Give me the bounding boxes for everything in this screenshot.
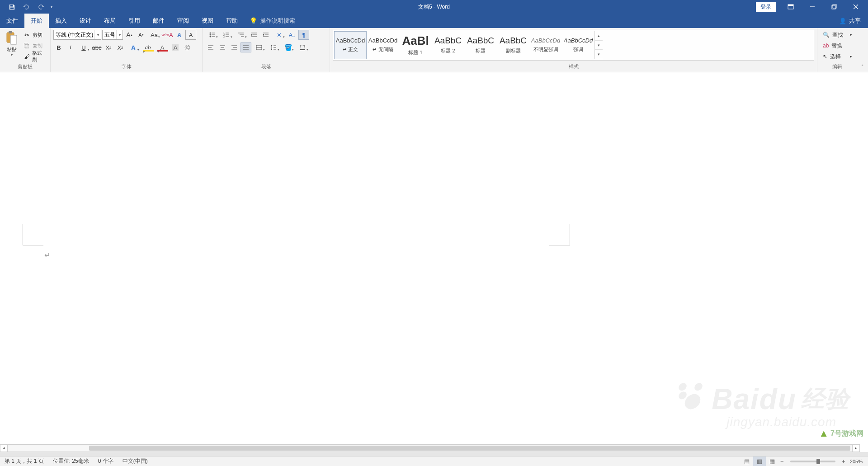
find-button[interactable]: 🔍 查找 ▾ xyxy=(820,30,854,40)
chevron-down-icon[interactable]: ▾ xyxy=(116,30,123,39)
tab-references[interactable]: 引用 xyxy=(122,14,146,28)
increase-indent-button[interactable] xyxy=(260,30,271,40)
status-language[interactable]: 中文(中国) xyxy=(118,457,152,466)
align-left-button[interactable] xyxy=(205,42,216,52)
collapse-ribbon-button[interactable]: ˄ xyxy=(857,28,868,72)
horizontal-scrollbar[interactable]: ◂ ▸ xyxy=(0,444,860,452)
style-item-4[interactable]: AaBbC标题 xyxy=(464,31,497,59)
sort-button[interactable]: A↓ xyxy=(287,30,297,40)
font-size-input[interactable] xyxy=(103,32,116,38)
asian-layout-button[interactable]: ✕ xyxy=(272,30,286,40)
style-item-6[interactable]: AaBbCcDd不明显强调 xyxy=(529,31,562,59)
strikethrough-button[interactable]: abc xyxy=(91,42,102,52)
undo-button[interactable] xyxy=(20,0,33,13)
font-name-combo[interactable]: ▾ xyxy=(53,30,101,40)
style-item-7[interactable]: AaBbCcDd强调 xyxy=(562,31,594,59)
font-color-button[interactable]: A xyxy=(156,42,169,52)
justify-button[interactable] xyxy=(241,42,251,52)
scroll-thumb[interactable] xyxy=(89,446,850,451)
style-item-5[interactable]: AaBbC副标题 xyxy=(497,31,529,59)
print-layout-button[interactable]: ▥ xyxy=(753,457,766,466)
minimize-button[interactable] xyxy=(802,0,823,14)
gallery-down-button[interactable]: ▾ xyxy=(595,41,603,50)
status-word-count[interactable]: 0 个字 xyxy=(94,457,118,466)
chevron-down-icon[interactable]: ▾ xyxy=(94,30,101,39)
tell-me-search[interactable]: 💡 操作说明搜索 xyxy=(244,14,295,28)
save-button[interactable] xyxy=(5,0,18,13)
zoom-out-button[interactable]: − xyxy=(778,458,786,465)
tab-mailings[interactable]: 邮件 xyxy=(146,14,171,28)
clear-formatting-button[interactable]: A̷ xyxy=(174,30,184,40)
character-shading-button[interactable]: A xyxy=(170,42,181,52)
character-border-button[interactable]: A xyxy=(185,30,196,40)
tab-layout[interactable]: 布局 xyxy=(98,14,122,28)
tab-file[interactable]: 文件 xyxy=(0,14,24,28)
style-item-0[interactable]: AaBbCcDd↵ 正文 xyxy=(334,31,367,59)
zoom-slider[interactable] xyxy=(790,461,835,462)
scroll-track[interactable] xyxy=(8,444,852,452)
tab-help[interactable]: 帮助 xyxy=(220,14,244,28)
scroll-right-button[interactable]: ▸ xyxy=(852,444,860,452)
bold-button[interactable]: B xyxy=(53,42,64,52)
status-page[interactable]: 第 1 页，共 1 页 xyxy=(0,457,48,466)
style-item-2[interactable]: AaBl标题 1 xyxy=(399,31,432,59)
subscript-button[interactable]: X2 xyxy=(103,42,114,52)
tab-home[interactable]: 开始 xyxy=(24,14,49,28)
text-effects-button[interactable]: A xyxy=(127,42,140,52)
distributed-button[interactable] xyxy=(252,42,266,52)
numbering-button[interactable]: 123 xyxy=(220,30,233,40)
web-layout-button[interactable]: ▦ xyxy=(766,457,778,466)
scroll-left-button[interactable]: ◂ xyxy=(0,444,8,452)
font-size-combo[interactable]: ▾ xyxy=(102,30,123,40)
document-area[interactable]: ↵ Baidu 经验 jingyan.baidu.com ▲ 7号游戏网 ◂ ▸ xyxy=(0,72,868,452)
bullets-button[interactable] xyxy=(205,30,219,40)
phonetic-guide-button[interactable]: wénA xyxy=(162,30,173,40)
svg-rect-9 xyxy=(10,35,17,44)
style-item-3[interactable]: AaBbC标题 2 xyxy=(432,31,464,59)
qat-customize-dropdown[interactable]: ▾ xyxy=(49,5,54,9)
styles-gallery[interactable]: AaBbCcDd↵ 正文AaBbCcDd↵ 无间隔AaBl标题 1AaBbC标题… xyxy=(333,30,814,61)
change-case-button[interactable]: Aa xyxy=(147,30,161,40)
zoom-in-button[interactable]: + xyxy=(840,458,847,465)
font-name-input[interactable] xyxy=(54,32,94,38)
decrease-indent-button[interactable] xyxy=(249,30,259,40)
zoom-percentage[interactable]: 205% xyxy=(847,459,865,464)
italic-button[interactable]: I xyxy=(65,42,76,52)
ribbon-display-options-button[interactable] xyxy=(780,0,801,14)
style-item-1[interactable]: AaBbCcDd↵ 无间隔 xyxy=(367,31,399,59)
maximize-button[interactable] xyxy=(824,0,844,14)
select-button[interactable]: ↖ 选择 ▾ xyxy=(820,52,854,61)
copy-button[interactable]: ⿻ 复制 xyxy=(22,41,47,51)
redo-button[interactable] xyxy=(34,0,47,13)
paste-button[interactable]: 粘贴 ▾ xyxy=(3,30,21,58)
tab-design[interactable]: 设计 xyxy=(73,14,98,28)
shading-button[interactable]: 🪣 xyxy=(281,42,295,52)
underline-button[interactable]: U xyxy=(77,42,90,52)
align-right-button[interactable] xyxy=(229,42,240,52)
enclose-characters-button[interactable]: ㊛ xyxy=(182,42,193,52)
gallery-up-button[interactable]: ▴ xyxy=(595,31,603,41)
cut-button[interactable]: ✂ 剪切 xyxy=(22,30,47,40)
close-button[interactable] xyxy=(845,0,866,14)
zoom-handle[interactable] xyxy=(816,459,820,464)
borders-button[interactable] xyxy=(296,42,309,52)
share-button[interactable]: 👤 共享 xyxy=(832,14,868,28)
superscript-button[interactable]: X2 xyxy=(115,42,126,52)
grow-font-button[interactable]: A▴ xyxy=(124,30,135,40)
align-center-button[interactable] xyxy=(217,42,228,52)
multilevel-list-button[interactable] xyxy=(234,30,248,40)
tab-insert[interactable]: 插入 xyxy=(49,14,73,28)
read-mode-button[interactable]: ▤ xyxy=(741,457,753,466)
page-canvas[interactable]: ↵ Baidu 经验 jingyan.baidu.com ▲ 7号游戏网 xyxy=(0,72,868,452)
tab-review[interactable]: 审阅 xyxy=(171,14,195,28)
highlight-button[interactable]: ab xyxy=(141,42,155,52)
status-position[interactable]: 位置值: 25毫米 xyxy=(48,457,94,466)
gallery-more-button[interactable]: ▾ xyxy=(595,50,603,59)
shrink-font-button[interactable]: A▾ xyxy=(136,30,146,40)
login-button[interactable]: 登录 xyxy=(756,2,776,12)
line-spacing-button[interactable] xyxy=(267,42,280,52)
show-hide-button[interactable]: ¶ xyxy=(298,30,309,40)
format-painter-button[interactable]: 🖌 格式刷 xyxy=(22,52,47,61)
tab-view[interactable]: 视图 xyxy=(195,14,220,28)
replace-button[interactable]: ab 替换 xyxy=(820,41,854,51)
